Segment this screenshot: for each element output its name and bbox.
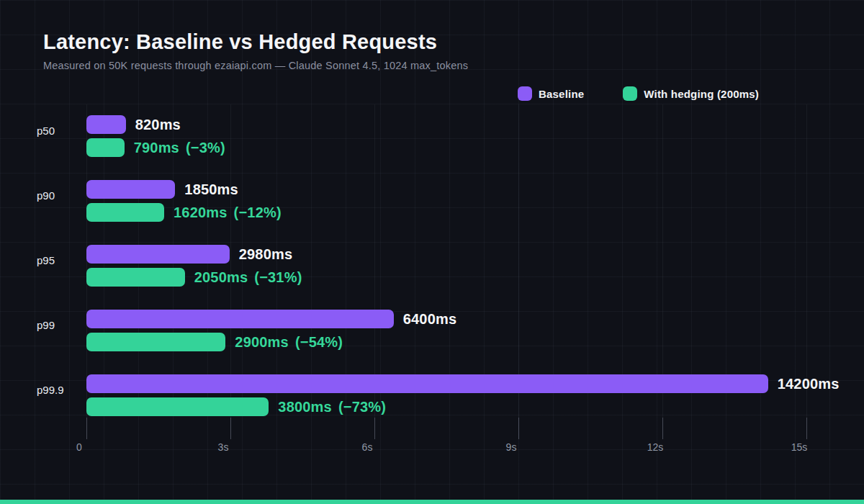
hedged-value-text: 2050ms <box>194 269 248 285</box>
hedged-value-text: 790ms <box>134 140 179 156</box>
value-label-baseline-p90: 1850ms <box>184 180 238 199</box>
tick-label-3s: 3s <box>197 440 249 454</box>
category-label-p95: p95 <box>37 253 81 268</box>
value-label-hedged-p95: 2050ms(−31%) <box>194 268 302 287</box>
bar-hedged-p50 <box>86 138 125 157</box>
hedged-value-text: 1620ms <box>174 204 228 220</box>
category-label-p99.9: p99.9 <box>37 383 81 397</box>
tick-mark-9s <box>518 418 519 439</box>
category-label-p90: p90 <box>37 189 81 203</box>
tick-label-6s: 6s <box>341 440 393 454</box>
bar-hedged-p95 <box>86 268 185 287</box>
value-label-hedged-p99: 2900ms(−54%) <box>235 333 343 351</box>
tick-label-12s: 12s <box>629 440 681 454</box>
value-label-baseline-p99: 6400ms <box>403 310 457 328</box>
tick-mark-12s <box>662 418 663 439</box>
chart-canvas: Latency: Baseline vs Hedged Requests Mea… <box>0 0 864 504</box>
hedged-delta-text: (−31%) <box>254 269 302 285</box>
tick-mark-15s <box>806 418 807 439</box>
tick-mark-3s <box>230 418 231 439</box>
value-label-hedged-p50: 790ms(−3%) <box>134 138 225 157</box>
tick-label-15s: 15s <box>773 440 825 454</box>
category-label-p99: p99 <box>37 318 81 333</box>
tick-label-0: 0 <box>53 440 105 454</box>
bar-baseline-p99.9 <box>86 374 768 393</box>
value-label-hedged-p99.9: 3800ms(−73%) <box>278 397 386 416</box>
bar-hedged-p99.9 <box>86 397 269 416</box>
bar-hedged-p90 <box>86 203 164 222</box>
hedged-value-text: 3800ms <box>278 399 332 415</box>
tick-mark-0 <box>86 418 87 439</box>
value-label-baseline-p99.9: 14200ms <box>778 374 840 393</box>
plot-area: 03s6s9s12s15sp50820ms790ms(−3%)p901850ms… <box>0 0 864 504</box>
bar-baseline-p50 <box>86 115 126 134</box>
hedged-delta-text: (−54%) <box>295 334 343 350</box>
tick-label-9s: 9s <box>485 440 537 454</box>
bottom-accent-bar <box>0 500 864 504</box>
hedged-delta-text: (−12%) <box>234 204 282 220</box>
bar-baseline-p90 <box>86 180 175 199</box>
hedged-delta-text: (−3%) <box>186 140 225 156</box>
value-label-hedged-p90: 1620ms(−12%) <box>174 203 282 222</box>
value-label-baseline-p50: 820ms <box>135 115 181 134</box>
hedged-delta-text: (−73%) <box>338 399 386 415</box>
bar-baseline-p95 <box>86 245 230 264</box>
bar-hedged-p99 <box>86 333 225 351</box>
value-label-baseline-p95: 2980ms <box>239 245 293 264</box>
bar-baseline-p99 <box>86 310 394 328</box>
category-label-p50: p50 <box>37 124 81 138</box>
hedged-value-text: 2900ms <box>235 334 289 350</box>
tick-mark-6s <box>374 418 375 439</box>
